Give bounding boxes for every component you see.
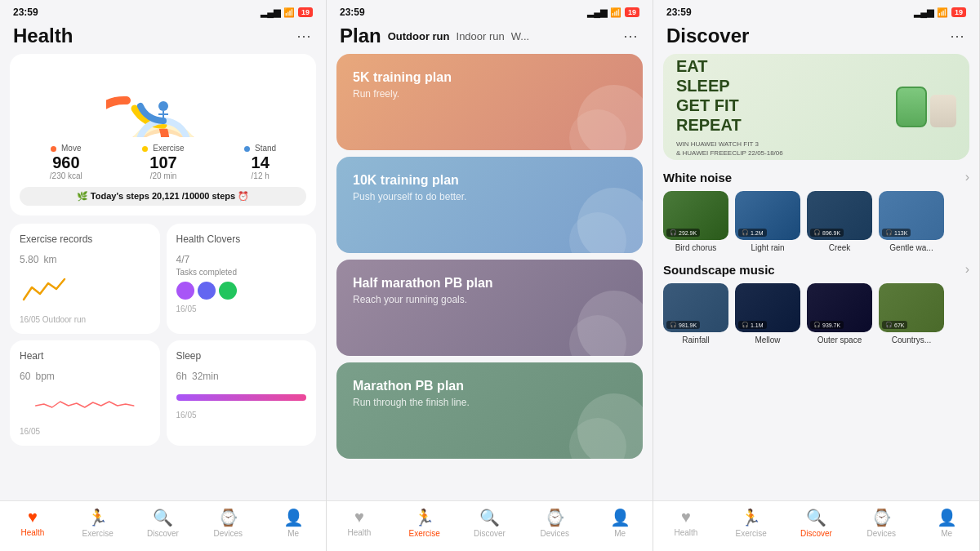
mellow-thumb: 🎧 1.1M (735, 283, 800, 332)
nav3-me-icon: 👤 (937, 508, 957, 527)
heart-value: 60 bpm (20, 363, 150, 384)
nav2-discover[interactable]: 🔍 Discover (457, 508, 523, 538)
nav3-discover[interactable]: 🔍 Discover (784, 508, 849, 538)
records-grid: Exercise records 5.80 km 16/05 Outdoor r… (10, 224, 316, 446)
soundscape-arrow[interactable]: › (965, 262, 969, 277)
watch-device (896, 87, 927, 127)
white-noise-arrow[interactable]: › (965, 170, 969, 184)
plan-more[interactable]: ⋯ (623, 27, 639, 45)
time-2: 23:59 (340, 7, 365, 18)
nav3-devices-label: Devices (867, 529, 897, 538)
wifi-icon-3: 📶 (937, 7, 948, 18)
nav-health-label: Health (20, 528, 44, 537)
move-sub: /230 kcal (50, 171, 82, 180)
media-gentle[interactable]: 🎧 113K Gentle wa... (879, 191, 944, 252)
mellow-count: 🎧 1.1M (738, 321, 767, 329)
nav-health[interactable]: ♥ Health (0, 508, 65, 538)
status-bar-1: 23:59 ▂▄▆ 📶 19 (0, 0, 326, 21)
plan-card-5k[interactable]: 5K training plan Run freely. (336, 54, 643, 150)
nav3-devices[interactable]: ⌚ Devices (849, 508, 914, 538)
status-right-2: ▂▄▆ 📶 19 (587, 7, 639, 18)
nav2-me[interactable]: 👤 Me (587, 508, 653, 538)
nav-me[interactable]: 👤 Me (261, 508, 326, 538)
clover-2 (198, 282, 216, 300)
exercise-sub: /20 min (142, 171, 184, 180)
nav2-devices[interactable]: ⌚ Devices (522, 508, 587, 538)
stand-dot (244, 146, 250, 152)
stand-stat: Stand 14 /12 h (244, 144, 276, 180)
space-label: Outer space (807, 335, 872, 344)
clovers-value: 4/7 (176, 247, 307, 268)
discover-header: Discover ⋯ (653, 21, 979, 54)
nav-devices-label: Devices (214, 529, 243, 538)
soundscape-title: Soundscape music (663, 263, 775, 277)
nav-exercise-label: Exercise (82, 529, 114, 538)
nav3-heart-icon: ♥ (681, 508, 691, 527)
bird-thumb: 🎧 292.9K (663, 191, 728, 240)
route-icon (20, 271, 69, 304)
country-thumb: 🎧 67K (879, 283, 944, 332)
nav-devices[interactable]: ⌚ Devices (195, 508, 261, 538)
devices-nav-icon: ⌚ (218, 508, 238, 527)
stand-sub: /12 h (244, 171, 276, 180)
tab-indoor[interactable]: Indoor run (457, 30, 505, 42)
sleep-date: 16/05 (176, 411, 307, 420)
nav3-me[interactable]: 👤 Me (914, 508, 979, 538)
plan-10k-title: 10K training plan (353, 173, 626, 188)
nav-exercise[interactable]: 🏃 Exercise (65, 508, 131, 538)
nav3-exercise[interactable]: 🏃 Exercise (719, 508, 784, 538)
health-more[interactable]: ⋯ (296, 27, 313, 45)
heart-nav-icon: ♥ (28, 508, 38, 527)
tab-w[interactable]: W... (511, 30, 529, 42)
media-creek[interactable]: 🎧 896.9K Creek (807, 191, 872, 252)
plan-header: Plan Outdoor run Indoor run W... ⋯ (327, 21, 653, 54)
move-stat: Move 960 /230 kcal (50, 144, 82, 180)
exercise-nav-icon: 🏃 (87, 508, 108, 527)
media-space[interactable]: 🎧 939.7K Outer space (807, 283, 872, 344)
rain-label: Light rain (735, 243, 800, 252)
exercise-record-card[interactable]: Exercise records 5.80 km 16/05 Outdoor r… (10, 224, 160, 334)
screen-exercise: 23:59 ▂▄▆ 📶 19 Plan Outdoor run Indoor r… (327, 0, 653, 551)
nav3-health[interactable]: ♥ Health (653, 508, 719, 538)
plan-card-marathon[interactable]: Marathon PB plan Run through the finish … (336, 362, 643, 459)
promo-text-area: EATSLEEPGET FITREPEAT WIN HUAWEI WATCH F… (676, 56, 783, 158)
tab-outdoor[interactable]: Outdoor run (388, 30, 450, 42)
heart-card[interactable]: Heart 60 bpm 16/05 (10, 340, 160, 446)
heart-line-graph (20, 389, 150, 414)
sleep-value: 6h 32min (176, 363, 307, 384)
clover-1 (176, 282, 194, 300)
nav2-exercise[interactable]: 🏃 Exercise (392, 508, 457, 538)
gentle-label: Gentle wa... (879, 243, 944, 252)
health-clovers-card[interactable]: Health Clovers 4/7 Tasks completed 16/05 (167, 224, 317, 334)
nav2-devices-icon: ⌚ (545, 508, 565, 527)
nav2-me-icon: 👤 (610, 508, 630, 527)
bird-label: Bird chorus (663, 243, 728, 252)
screen-discover: 23:59 ▂▄▆ 📶 19 Discover ⋯ EATSLEEPGET FI… (653, 0, 980, 551)
sleep-card[interactable]: Sleep 6h 32min 16/05 (167, 340, 317, 446)
activity-card: Move 960 /230 kcal Exercise 107 /20 min … (10, 54, 316, 216)
exercise-stat: Exercise 107 /20 min (142, 144, 184, 180)
discover-more[interactable]: ⋯ (950, 27, 966, 45)
nav2-health[interactable]: ♥ Health (327, 508, 392, 538)
plan-cards: 5K training plan Run freely. 10K trainin… (327, 54, 653, 459)
media-mellow[interactable]: 🎧 1.1M Mellow (735, 283, 800, 344)
discover-title: Discover (666, 24, 749, 47)
plan-title: Plan (340, 24, 381, 47)
nav3-exercise-label: Exercise (736, 529, 767, 538)
media-rainfall[interactable]: 🎧 981.9K Rainfall (663, 283, 728, 344)
plan-card-half[interactable]: Half marathon PB plan Reach your running… (336, 260, 643, 356)
sleep-bar (176, 394, 307, 401)
creek-thumb: 🎧 896.9K (807, 191, 872, 240)
health-title: Health (13, 24, 73, 47)
media-country[interactable]: 🎧 67K Countrys... (879, 283, 944, 344)
activity-stats: Move 960 /230 kcal Exercise 107 /20 min … (20, 144, 306, 180)
clovers-title: Health Clovers (176, 233, 307, 245)
media-bird[interactable]: 🎧 292.9K Bird chorus (663, 191, 728, 252)
promo-banner[interactable]: EATSLEEPGET FITREPEAT WIN HUAWEI WATCH F… (663, 54, 969, 160)
media-rain[interactable]: 🎧 1.2M Light rain (735, 191, 800, 252)
nav-discover[interactable]: 🔍 Discover (131, 508, 196, 538)
signal-icon-3: ▂▄▆ (914, 7, 933, 18)
discover-nav-icon: 🔍 (153, 508, 173, 527)
health-header: Health ⋯ (0, 21, 326, 54)
plan-card-10k[interactable]: 10K training plan Push yourself to do be… (336, 157, 643, 253)
